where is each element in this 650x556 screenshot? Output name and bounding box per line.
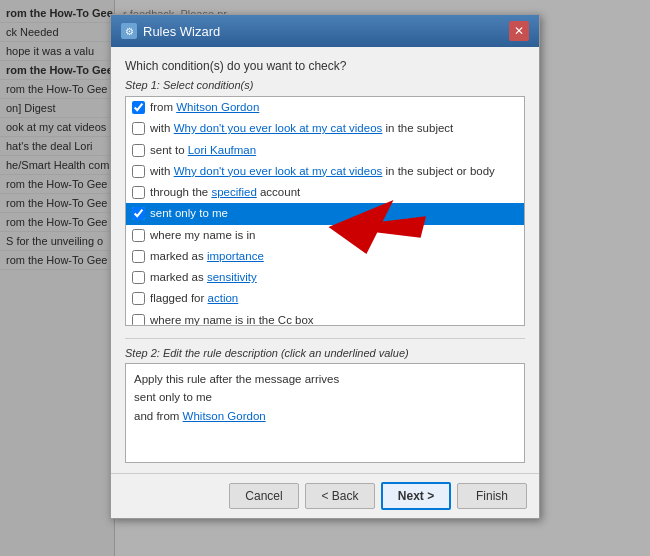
dialog-question: Which condition(s) do you want to check? [125,59,525,73]
condition-account[interactable]: through the specified account [126,182,524,203]
condition-body-videos[interactable]: with Why don't you ever look at my cat v… [126,161,524,182]
dialog-icon: ⚙ [121,23,137,39]
step2-label: Step 2: Edit the rule description (click… [125,347,525,359]
action-link[interactable]: action [208,292,239,304]
condition-account-checkbox[interactable] [132,186,145,199]
subject-videos-link[interactable]: Why don't you ever look at my cat videos [174,122,383,134]
dialog-body: Which condition(s) do you want to check?… [111,47,539,473]
condition-from[interactable]: from Whitson Gordon [126,97,524,118]
conditions-list[interactable]: from Whitson Gordon with Why don't you e… [125,96,525,326]
dialog-title-bar: ⚙ Rules Wizard ✕ [111,15,539,47]
from-link[interactable]: Whitson Gordon [176,101,259,113]
condition-name-in-checkbox[interactable] [132,229,145,242]
rules-wizard-dialog: ⚙ Rules Wizard ✕ Which condition(s) do y… [110,14,540,519]
condition-sent-only-to-me[interactable]: sent only to me [126,203,524,224]
condition-importance-checkbox[interactable] [132,250,145,263]
condition-sent-to-checkbox[interactable] [132,144,145,157]
condition-name-in[interactable]: where my name is in [126,225,524,246]
close-button[interactable]: ✕ [509,21,529,41]
rule-line1: Apply this rule after the message arrive… [134,370,516,388]
rule-from-link[interactable]: Whitson Gordon [183,410,266,422]
condition-sensitivity[interactable]: marked as sensitivity [126,267,524,288]
body-videos-link[interactable]: Why don't you ever look at my cat videos [174,165,383,177]
condition-body-videos-checkbox[interactable] [132,165,145,178]
condition-sent-only-to-me-checkbox[interactable] [132,207,145,220]
rule-line2: sent only to me [134,388,516,406]
dialog-title: Rules Wizard [143,24,220,39]
rule-description-box: Apply this rule after the message arrive… [125,363,525,463]
back-button[interactable]: < Back [305,483,375,509]
condition-sent-to[interactable]: sent to Lori Kaufman [126,140,524,161]
next-button[interactable]: Next > [381,482,451,510]
condition-cc-box[interactable]: where my name is in the Cc box [126,310,524,327]
title-bar-left: ⚙ Rules Wizard [121,23,220,39]
condition-cc-box-checkbox[interactable] [132,314,145,326]
sent-to-link[interactable]: Lori Kaufman [188,144,256,156]
account-link[interactable]: specified [211,186,256,198]
finish-button[interactable]: Finish [457,483,527,509]
rule-line3: and from Whitson Gordon [134,407,516,425]
dialog-button-bar: Cancel < Back Next > Finish [111,473,539,518]
condition-action-checkbox[interactable] [132,292,145,305]
step1-label: Step 1: Select condition(s) [125,79,525,91]
condition-sensitivity-checkbox[interactable] [132,271,145,284]
step-separator [125,338,525,339]
condition-from-checkbox[interactable] [132,101,145,114]
condition-importance[interactable]: marked as importance [126,246,524,267]
condition-action[interactable]: flagged for action [126,288,524,309]
sensitivity-link[interactable]: sensitivity [207,271,257,283]
condition-subject-videos-checkbox[interactable] [132,122,145,135]
condition-subject-videos[interactable]: with Why don't you ever look at my cat v… [126,118,524,139]
cancel-button[interactable]: Cancel [229,483,299,509]
importance-link[interactable]: importance [207,250,264,262]
